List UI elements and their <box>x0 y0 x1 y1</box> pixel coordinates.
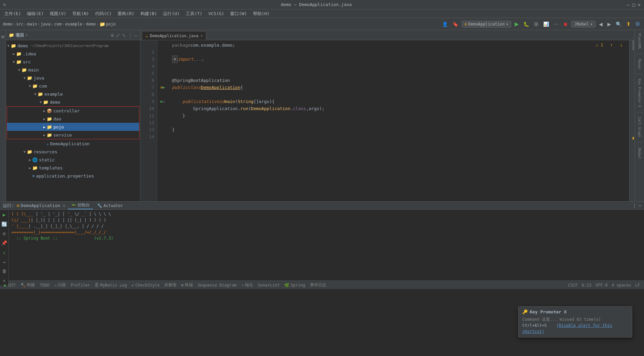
status-indent[interactable]: 4 spaces <box>610 283 633 288</box>
search-button[interactable]: 🔍 <box>614 21 623 28</box>
menu-navigate[interactable]: 导航(N) <box>70 10 91 17</box>
status-encoding[interactable]: UTF-8 <box>594 283 609 288</box>
settings-button[interactable]: ⚙ <box>634 20 641 28</box>
breadcrumb-example[interactable]: example <box>65 22 82 27</box>
method-run-icon[interactable]: ▶ <box>161 99 163 104</box>
tree-item-controller[interactable]: ▶ 📦 controller <box>7 107 139 115</box>
soft-wrap-button[interactable]: ↵ <box>1 258 8 265</box>
breadcrumb-main[interactable]: main <box>27 22 37 27</box>
breadcrumb-demo2[interactable]: demo <box>86 22 96 27</box>
jrebel-selector[interactable]: JRebel ▾ <box>571 21 596 28</box>
expand-icon[interactable]: ⤢ <box>116 33 120 38</box>
tree-item-service[interactable]: ▶ 📁 service <box>7 131 139 139</box>
menu-run[interactable]: 运行(U) <box>160 10 182 17</box>
console-tab[interactable]: 📟 控制台 <box>68 202 93 209</box>
tree-item-resources[interactable]: ▼ 📁 resources <box>6 148 140 156</box>
gear-icon[interactable]: ⚙ <box>111 33 114 38</box>
close-panel-icon[interactable]: – <box>135 33 137 38</box>
tree-item-app-properties[interactable]: ▶ ⚙ application.properties <box>6 172 140 180</box>
tree-item-templates[interactable]: ▶ 📁 templates <box>6 164 140 172</box>
menu-help[interactable]: 帮助(H) <box>250 10 272 17</box>
minimize-button[interactable]: — <box>627 2 630 7</box>
status-todo[interactable]: TODO <box>38 281 51 289</box>
actuator-tab[interactable]: 🔧 Actuator <box>94 203 126 209</box>
more-icon[interactable]: ⋮ <box>128 33 133 38</box>
tree-item-demo-package[interactable]: ▼ 📁 demo <box>6 98 140 106</box>
clear-console-button[interactable]: 🗑 <box>1 267 8 275</box>
run-config-selector[interactable]: ⚙ DemoApplication ▾ <box>462 21 512 28</box>
window-controls[interactable]: — □ ✕ <box>627 2 641 7</box>
tab-close-button[interactable]: ✕ <box>201 34 203 38</box>
tree-item-idea[interactable]: ▶ 📁 .idea <box>6 50 140 58</box>
run-rerun-button[interactable]: 🔄 <box>1 220 8 228</box>
menu-edit[interactable]: 编辑(E) <box>24 10 46 17</box>
stop-button[interactable]: ⏹ <box>562 21 569 28</box>
scrollbar-thumb[interactable] <box>633 40 634 50</box>
next-button[interactable]: ▶ <box>606 21 612 28</box>
tree-item-main[interactable]: ▼ 📁 main <box>6 66 140 74</box>
menu-refactor[interactable]: 重构(R) <box>115 10 137 17</box>
tree-item-dao[interactable]: ▶ 📁 dao <box>7 115 139 123</box>
call-graph-tool[interactable]: Call Graph <box>637 116 642 139</box>
run-play-button[interactable]: ▶ <box>1 211 8 218</box>
scroll-end-button[interactable]: ↓ <box>1 249 8 256</box>
key-promoter-tool[interactable]: Key Promoter X <box>637 78 642 108</box>
status-endpoints[interactable]: ⚡ 端点 <box>240 281 254 289</box>
breadcrumb-demo[interactable]: demo <box>3 22 12 27</box>
status-checkstyle[interactable]: ✔ CheckStyle <box>130 281 161 289</box>
breadcrumb-com[interactable]: com <box>54 22 61 27</box>
tree-item-demo-root[interactable]: ▼ 📁 demo ~/IdeaProjects/JUCConcurrentPro… <box>6 42 140 50</box>
menu-tools[interactable]: 工具(T) <box>183 10 205 17</box>
status-event-log[interactable]: 事件日志 <box>309 281 328 289</box>
menu-build[interactable]: 构建(B) <box>138 10 160 17</box>
plantuml-tool[interactable]: PlantUML <box>637 32 642 51</box>
status-position[interactable]: 6:23 <box>581 283 593 288</box>
prev-button[interactable]: ◀ <box>598 21 604 28</box>
maximize-button[interactable]: □ <box>632 2 635 7</box>
run-gutter-icon[interactable]: ▶ <box>163 85 165 90</box>
vcs-update-button[interactable]: 👤 <box>441 21 449 28</box>
code-editor[interactable]: 2 3 4 5 6 7 8 9 10 11 12 13 14 <box>140 40 635 201</box>
more-run-button[interactable]: ⋯ <box>552 21 560 28</box>
tree-item-pojo[interactable]: ▶ 📁 pojo <box>7 123 139 131</box>
import-collapsed[interactable]: ≡ <box>172 55 178 63</box>
tree-item-static[interactable]: ▶ 🌐 static <box>6 156 140 164</box>
breadcrumb-pojo[interactable]: pojo <box>106 22 116 27</box>
status-run[interactable]: ▶ 运行 <box>3 281 17 289</box>
update-button[interactable]: ⬆ <box>625 20 632 28</box>
status-deps[interactable]: 依赖项 <box>163 281 178 289</box>
code-content[interactable]: package com.example.demo; ≡ import ...; … <box>168 40 629 201</box>
menu-vcs[interactable]: VCS(G) <box>206 10 227 17</box>
menu-file[interactable]: 文件(E) <box>2 10 24 17</box>
status-terminal[interactable]: ⊞ 终端 <box>180 281 194 289</box>
menu-window[interactable]: 窗口(W) <box>227 10 249 17</box>
status-profiler[interactable]: Profiler <box>69 281 91 289</box>
status-sonarlint[interactable]: SonarLint <box>256 281 281 289</box>
tree-item-example[interactable]: ▼ 📁 example <box>6 90 140 98</box>
tree-item-src[interactable]: ▼ 📁 src <box>6 58 140 66</box>
jrebel-side-tool[interactable]: JRebel <box>637 146 642 160</box>
close-button[interactable]: ✕ <box>638 2 641 7</box>
status-linesep[interactable]: LF <box>634 283 641 288</box>
status-cscf[interactable]: CSCF <box>567 283 579 288</box>
editor-tab-demo-app[interactable]: ☕ DemoApplication.java ✕ <box>142 31 206 40</box>
status-mybatis[interactable]: 🗄 MyBatis Log <box>93 281 128 289</box>
editor-scrollbar[interactable] <box>629 40 635 201</box>
tree-item-com[interactable]: ▼ 📁 com <box>6 82 140 90</box>
minimize-panel-icon[interactable]: – <box>639 203 641 208</box>
breadcrumb-java[interactable]: java <box>41 22 50 27</box>
bookmark-button[interactable]: 🔖 <box>451 21 460 28</box>
menu-code[interactable]: 代码(C) <box>92 10 114 17</box>
collapse-icon[interactable]: ⤡ <box>122 33 126 38</box>
status-sequence[interactable]: Sequence Diagram <box>196 281 238 289</box>
status-spring[interactable]: 🌿 Spring <box>283 281 306 289</box>
run-settings-button[interactable]: ⚙ <box>1 230 8 237</box>
breadcrumb-src[interactable]: src <box>16 22 24 27</box>
pin-tab-button[interactable]: 📌 <box>1 239 8 247</box>
close-run-button[interactable]: ✕ <box>63 203 65 208</box>
coverage-button[interactable]: ⦿ <box>532 21 540 28</box>
more-options-icon[interactable]: ⋮ <box>632 203 637 208</box>
debug-button[interactable]: 🐛 <box>522 21 530 28</box>
panel-dropdown[interactable]: ▾ <box>26 33 28 37</box>
tree-item-java[interactable]: ▼ 📁 java <box>6 74 140 82</box>
